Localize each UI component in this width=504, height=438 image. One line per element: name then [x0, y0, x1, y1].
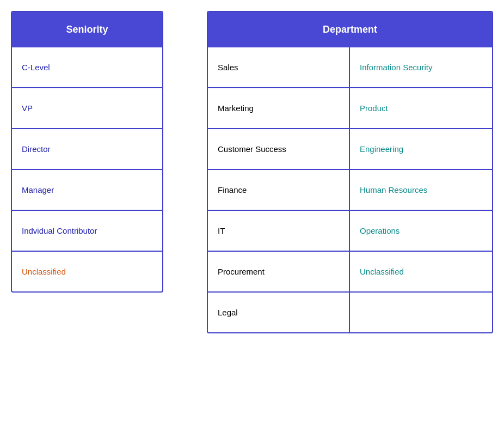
table-row[interactable]: Sales: [208, 47, 350, 88]
seniority-header: Seniority: [12, 12, 162, 47]
list-item[interactable]: Indvidual Contributor: [12, 211, 162, 252]
department-header: Department: [208, 12, 492, 47]
table-row[interactable]: IT: [208, 211, 350, 252]
table-row[interactable]: Operations: [350, 211, 492, 252]
table-row[interactable]: Customer Success: [208, 129, 350, 170]
table-row[interactable]: Information Security: [350, 47, 492, 88]
seniority-table: Seniority C-Level VP Director Manager In…: [11, 11, 163, 293]
list-item[interactable]: Manager: [12, 170, 162, 211]
list-item[interactable]: VP: [12, 88, 162, 129]
table-row[interactable]: Finance: [208, 170, 350, 211]
table-row[interactable]: Legal: [208, 293, 350, 332]
list-item[interactable]: C-Level: [12, 47, 162, 88]
table-row[interactable]: Procurement: [208, 252, 350, 293]
list-item[interactable]: Director: [12, 129, 162, 170]
department-table: Department Sales Information Security Ma…: [207, 11, 493, 333]
table-row[interactable]: Unclassified: [350, 252, 492, 293]
department-section: Department Sales Information Security Ma…: [207, 11, 493, 333]
department-grid: Sales Information Security Marketing Pro…: [208, 47, 492, 332]
table-row[interactable]: Human Resources: [350, 170, 492, 211]
table-row: [350, 293, 492, 332]
list-item[interactable]: Unclassified: [12, 252, 162, 291]
table-row[interactable]: Product: [350, 88, 492, 129]
table-row[interactable]: Marketing: [208, 88, 350, 129]
table-row[interactable]: Engineering: [350, 129, 492, 170]
seniority-section: Seniority C-Level VP Director Manager In…: [11, 11, 163, 333]
main-container: Seniority C-Level VP Director Manager In…: [11, 11, 493, 333]
